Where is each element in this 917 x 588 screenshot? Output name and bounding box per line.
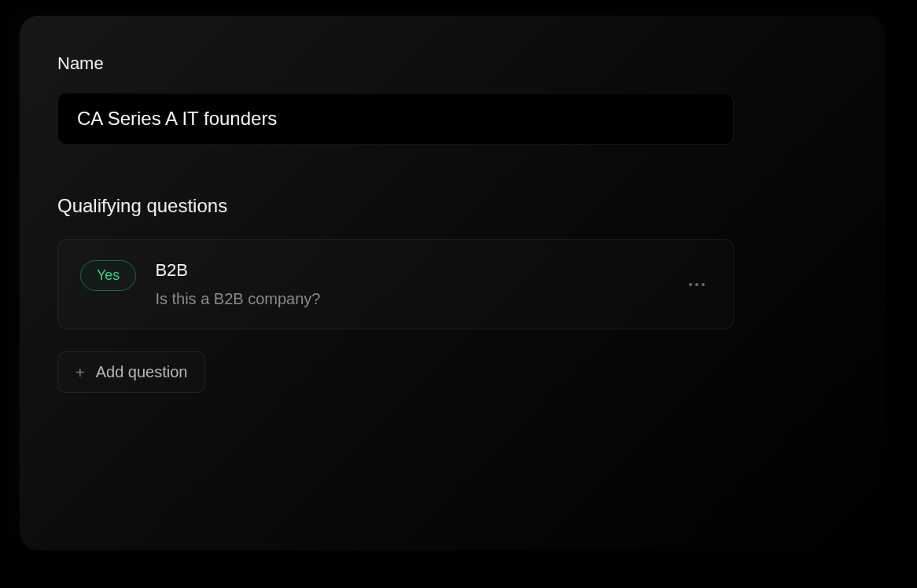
answer-badge-yes: Yes	[80, 260, 136, 291]
name-input[interactable]	[57, 93, 734, 145]
settings-panel: Name Qualifying questions Yes B2B Is thi…	[20, 16, 885, 550]
question-card: Yes B2B Is this a B2B company?	[57, 239, 734, 329]
question-description: Is this a B2B company?	[155, 290, 711, 308]
dots-icon	[689, 283, 692, 286]
add-question-button[interactable]: + Add question	[57, 351, 205, 393]
more-options-button[interactable]	[683, 277, 711, 292]
name-field-label: Name	[57, 53, 847, 74]
dots-icon	[702, 283, 705, 286]
add-question-label: Add question	[96, 363, 188, 381]
dots-icon	[695, 283, 698, 286]
question-title: B2B	[155, 260, 711, 281]
qualifying-questions-label: Qualifying questions	[57, 195, 847, 217]
question-content: B2B Is this a B2B company?	[155, 260, 711, 308]
plus-icon: +	[75, 365, 85, 380]
